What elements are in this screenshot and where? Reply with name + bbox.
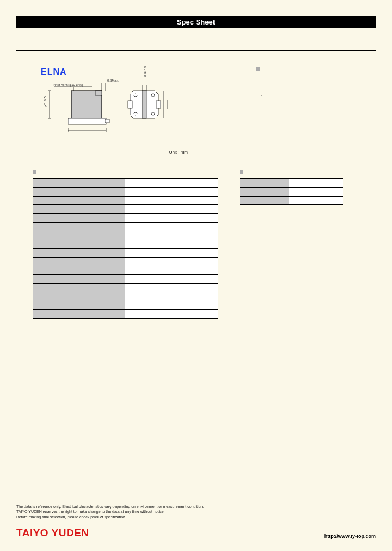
spec-value — [125, 231, 218, 240]
spec-label — [240, 196, 289, 205]
spec-label — [33, 266, 125, 274]
spec-label — [33, 196, 125, 205]
spec-value — [125, 248, 218, 257]
spec-label — [33, 292, 125, 301]
dim1-label: 0.3Max. — [107, 79, 119, 82]
svg-rect-6 — [105, 119, 109, 123]
features-block — [256, 67, 265, 155]
square-bullet-icon — [33, 170, 36, 174]
spec-label — [33, 205, 125, 213]
spec-label — [33, 187, 125, 196]
unit-label: Unit : mm — [41, 150, 204, 155]
spec-label — [33, 222, 125, 231]
title-bar: Spec Sheet — [16, 16, 376, 28]
features-list — [256, 79, 265, 124]
upper-section: ELNA Inner vent (φ10 only) 0.3Max. 0.4±0… — [16, 67, 376, 155]
feature-item — [261, 79, 265, 83]
footer-note: The data is reference only. Electrical c… — [16, 504, 376, 509]
spec-label — [33, 309, 125, 318]
spec-label — [33, 231, 125, 240]
spec-label — [33, 213, 125, 222]
svg-rect-20 — [156, 101, 161, 108]
spec-value — [289, 179, 343, 187]
svg-text:φD±0.5: φD±0.5 — [44, 96, 47, 107]
spec-label — [33, 257, 125, 266]
spec-value — [125, 301, 218, 309]
vent-label: Inner vent (φ10 only) — [53, 83, 83, 87]
square-bullet-icon — [240, 170, 243, 174]
spec-value — [125, 222, 218, 231]
spec-label — [240, 179, 289, 187]
technical-drawing: Inner vent (φ10 only) 0.3Max. 0.4±0.2 — [41, 81, 204, 146]
footer-url: http://www.ty-top.com — [324, 534, 376, 539]
feature-item — [261, 120, 265, 124]
spec-table — [33, 178, 218, 319]
spec-value — [289, 187, 343, 196]
spec-value — [125, 205, 218, 213]
svg-rect-19 — [128, 101, 132, 108]
taiyo-yuden-logo: TAIYO YUDEN — [16, 527, 89, 539]
spec-label — [33, 240, 125, 248]
spec-value — [125, 187, 218, 196]
footer-notes: The data is reference only. Electrical c… — [16, 504, 376, 519]
spec-value — [125, 257, 218, 266]
square-bullet-icon — [256, 67, 260, 71]
spec-label — [33, 274, 125, 283]
spec-value — [125, 292, 218, 301]
footer: The data is reference only. Electrical c… — [16, 494, 376, 539]
spec-value — [125, 266, 218, 274]
elna-logo: ELNA — [41, 67, 204, 77]
feature-item — [261, 107, 265, 111]
spec-label — [33, 248, 125, 257]
spec-value — [125, 309, 218, 318]
small-spec-block — [240, 168, 343, 319]
svg-rect-4 — [95, 91, 102, 95]
page-title: Spec Sheet — [177, 18, 215, 26]
footer-note: TAIYO YUDEN reserves the right to make c… — [16, 509, 376, 514]
drawing-svg: φD±0.5 — [41, 81, 182, 141]
feature-item — [261, 93, 265, 97]
spec-label — [33, 283, 125, 292]
spec-value — [125, 240, 218, 248]
main-spec-block — [33, 168, 218, 319]
spec-value — [125, 213, 218, 222]
footer-divider — [16, 494, 376, 494]
small-spec-table — [240, 178, 343, 205]
spec-value — [125, 179, 218, 187]
divider-top — [16, 50, 376, 51]
dim2-label: 0.4±0.2 — [144, 66, 147, 77]
page: Spec Sheet ELNA Inner vent (φ10 only) 0.… — [0, 0, 392, 551]
spec-label — [33, 179, 125, 187]
footer-row: TAIYO YUDEN http://www.ty-top.com — [16, 527, 376, 539]
spec-value — [125, 196, 218, 205]
spec-value — [125, 283, 218, 292]
drawing-area: ELNA Inner vent (φ10 only) 0.3Max. 0.4±0… — [41, 67, 204, 155]
spec-value — [125, 274, 218, 283]
spec-label — [240, 187, 289, 196]
spec-label — [33, 301, 125, 309]
tables-row — [16, 168, 376, 319]
footer-note: Before making final selection, please ch… — [16, 515, 376, 519]
svg-rect-21 — [142, 91, 146, 118]
svg-rect-5 — [68, 118, 106, 124]
spec-value — [289, 196, 343, 205]
